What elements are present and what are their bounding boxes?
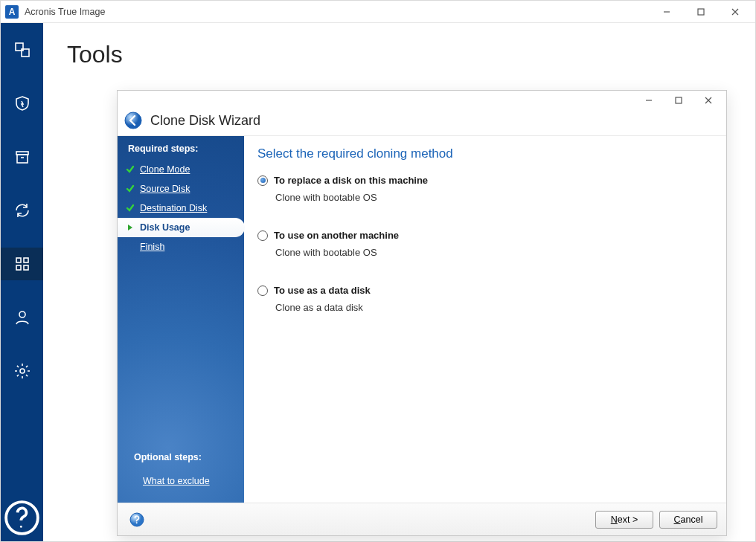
radio-icon[interactable] <box>257 230 268 241</box>
maximize-button[interactable] <box>684 1 718 23</box>
svg-rect-13 <box>676 97 682 103</box>
svg-rect-4 <box>17 155 28 163</box>
svg-point-9 <box>19 312 25 317</box>
nav-tools[interactable] <box>1 248 43 280</box>
app-title: Acronis True Image <box>25 7 650 17</box>
optional-steps-header: Optional steps: <box>118 445 202 467</box>
check-icon <box>125 164 135 175</box>
arrow-right-icon <box>125 222 135 233</box>
next-label: Next > <box>611 514 638 525</box>
svg-point-16 <box>136 522 138 523</box>
step-label: Destination Disk <box>140 203 207 213</box>
app-icon: A <box>5 5 19 19</box>
app-titlebar: A Acronis True Image <box>1 1 755 23</box>
step-label: Disk Usage <box>140 222 190 233</box>
svg-point-12 <box>20 525 22 527</box>
wizard-minimize-button[interactable] <box>634 91 664 110</box>
spacer-icon <box>125 242 135 252</box>
cancel-button[interactable]: Cancel <box>659 511 717 529</box>
step-clone-mode[interactable]: Clone Mode <box>118 160 244 179</box>
wizard-pane: Select the required cloning method To re… <box>244 136 726 503</box>
option-subtitle: Clone with bootable OS <box>275 247 713 258</box>
step-destination-disk[interactable]: Destination Disk <box>118 199 244 218</box>
nav-backup[interactable] <box>1 33 43 66</box>
nav-sync[interactable] <box>1 194 43 227</box>
step-label: Finish <box>140 242 164 252</box>
back-icon[interactable] <box>124 111 143 130</box>
check-icon <box>125 184 135 194</box>
close-button[interactable] <box>718 1 752 23</box>
option-title: To use as a data disk <box>274 285 371 296</box>
nav-archive[interactable] <box>1 141 43 173</box>
app-window: A Acronis True Image <box>0 0 756 542</box>
svg-point-14 <box>125 112 141 129</box>
option-subtitle: Clone with bootable OS <box>275 192 713 203</box>
cancel-label: Cancel <box>674 514 703 525</box>
next-button[interactable]: Next > <box>595 511 653 529</box>
svg-rect-6 <box>24 258 28 262</box>
option-replace-disk[interactable]: To replace a disk on this machine Clone … <box>257 175 713 203</box>
pane-heading: Select the required cloning method <box>257 146 713 161</box>
step-label: Source Disk <box>140 184 190 194</box>
wizard-maximize-button[interactable] <box>664 91 693 110</box>
optional-step-what-to-exclude[interactable]: What to exclude <box>143 476 210 486</box>
check-icon <box>125 203 135 213</box>
option-subtitle: Clone as a data disk <box>275 302 713 313</box>
clone-disk-wizard: Clone Disk Wizard Required steps: Clone … <box>117 90 727 536</box>
wizard-steps-sidebar: Required steps: Clone Mode Source Disk <box>118 136 244 503</box>
radio-icon[interactable] <box>257 175 268 186</box>
svg-rect-0 <box>698 9 704 15</box>
svg-rect-5 <box>16 258 21 262</box>
step-finish[interactable]: Finish <box>118 237 244 257</box>
minimize-button[interactable] <box>650 1 684 23</box>
nav-settings[interactable] <box>1 355 43 387</box>
svg-point-10 <box>20 369 25 373</box>
nav-help[interactable] <box>1 501 43 534</box>
nav-protection[interactable] <box>1 87 43 120</box>
step-source-disk[interactable]: Source Disk <box>118 179 244 199</box>
option-data-disk[interactable]: To use as a data disk Clone as a data di… <box>257 285 713 313</box>
svg-rect-7 <box>16 265 21 270</box>
option-title: To replace a disk on this machine <box>274 175 428 186</box>
option-title: To use on another machine <box>274 230 399 241</box>
help-icon[interactable] <box>129 512 144 527</box>
wizard-title: Clone Disk Wizard <box>150 113 260 129</box>
wizard-header: Clone Disk Wizard <box>118 110 726 135</box>
svg-rect-8 <box>24 265 28 270</box>
wizard-close-button[interactable] <box>693 91 723 110</box>
step-label: Clone Mode <box>140 164 190 175</box>
required-steps-header: Required steps: <box>118 136 244 160</box>
content-area: Tools Clone <box>43 23 755 541</box>
option-another-machine[interactable]: To use on another machine Clone with boo… <box>257 230 713 258</box>
wizard-titlebar <box>118 91 726 110</box>
left-nav <box>1 23 43 541</box>
page-title: Tools <box>67 41 755 68</box>
step-disk-usage[interactable]: Disk Usage <box>118 218 245 237</box>
wizard-footer: Next > Cancel <box>118 503 726 535</box>
radio-icon[interactable] <box>257 285 268 296</box>
nav-account[interactable] <box>1 301 43 334</box>
